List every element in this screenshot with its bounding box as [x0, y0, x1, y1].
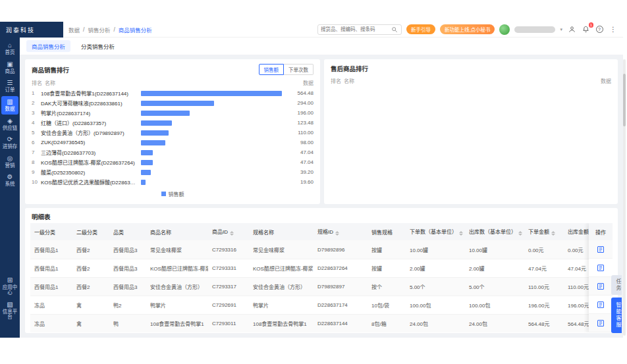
chart-item-name: 酸菜(D252350802)	[41, 169, 138, 176]
sidebar-item-2[interactable]: ☰订单	[1, 77, 18, 95]
sidebar-item-5[interactable]: ⟳进销存	[1, 134, 18, 152]
search-icon[interactable]	[391, 26, 398, 33]
chart-rank: 7	[32, 149, 41, 155]
chart-bar	[141, 160, 153, 165]
table-cell: 100.00包	[465, 296, 524, 314]
tab-category-sales-analysis[interactable]: 分类销售分析	[76, 40, 120, 52]
column-label: 下单金额	[528, 229, 549, 235]
table-cell: 10.00罐	[406, 240, 465, 259]
chart-row: 4红糖（进口）(D228637357)123.48	[32, 118, 314, 128]
help-icon[interactable]: ?	[595, 25, 604, 34]
row-action-button[interactable]	[589, 259, 613, 277]
invite-user-icon[interactable]	[567, 25, 576, 34]
sidebar-item-label: 数据	[5, 107, 15, 113]
chart-bar-track	[138, 101, 285, 106]
panel-title: 商品销售排行	[32, 65, 69, 74]
table-cell: 西餐2	[72, 240, 109, 259]
brand-logo[interactable]: 润泰科技	[0, 22, 63, 38]
chart-bar	[141, 180, 146, 185]
floating-service-button[interactable]: 智能客服	[611, 298, 622, 333]
table-cell: KOS酷想已注牌酷冻-椰浆	[249, 259, 314, 277]
chart-bar-track	[138, 130, 285, 136]
chart-value: 123.48	[285, 120, 314, 126]
table-cell: 5.00个	[465, 277, 524, 296]
chart-value: 110.00	[285, 130, 314, 136]
chart-rank: 2	[32, 100, 41, 106]
row-action-button[interactable]	[589, 240, 613, 259]
guide-button[interactable]: 新手引导	[406, 24, 435, 34]
column-label: 二级分类	[76, 230, 97, 236]
sidebar-item-1[interactable]: ▣商品	[1, 59, 18, 77]
column-header-6[interactable]: 规格ID	[314, 223, 368, 240]
chart-rank: 10	[32, 179, 41, 185]
legend-label: 销售额	[169, 190, 184, 197]
column-header-10[interactable]: 下单金额	[524, 223, 564, 240]
scrollbar-thumb[interactable]	[623, 74, 626, 126]
more-menu-icon[interactable]: ⋮	[609, 25, 618, 34]
avatar[interactable]	[499, 24, 510, 35]
notification-bell-icon[interactable]: 1	[581, 25, 590, 34]
sidebar-item-7[interactable]: ⚙系统	[1, 171, 18, 190]
chart-item-name: 鸭掌片(D228637174)	[41, 109, 138, 117]
breadcrumb-item[interactable]: 销售分析	[88, 26, 110, 34]
aftersale-ranking-panel: 售后商品排行 排名 名称 数据	[324, 59, 618, 204]
sort-icon	[459, 231, 463, 236]
sidebar-item-label: 订单	[5, 88, 15, 93]
tab-product-sales-analysis[interactable]: 商品销售分析	[26, 40, 70, 52]
breadcrumb-item[interactable]: 数据	[68, 26, 80, 34]
column-header-9[interactable]: 出库数（基本单位）	[465, 223, 524, 240]
app-window: 润泰科技 ⌂首页▣商品☰订单▥数据◈供应链⟳进销存◎营销⚙系统 ⊞应用中心▧信息…	[0, 22, 623, 338]
table-cell: 西餐用品1	[30, 277, 72, 296]
column-label: 一级分类	[34, 230, 55, 236]
table-cell: 按罐	[368, 259, 406, 277]
column-header-2: 品类	[109, 223, 146, 240]
detail-table-panel: 明细表 一级分类二级分类品类商品名称商品ID规格名称规格ID销售规格下单数（基本…	[25, 208, 618, 333]
column-value: 数据	[282, 79, 314, 86]
sidebar-item-0[interactable]: ⌂首页	[1, 39, 18, 58]
toggle-order-count[interactable]: 下单次数	[284, 64, 314, 75]
floating-task-button[interactable]: 任务	[611, 275, 622, 295]
action-column-header: 操作	[589, 223, 613, 240]
table-cell: 西餐用品1	[30, 259, 72, 277]
sidebar-item-4[interactable]: ◈供应链	[1, 115, 18, 134]
breadcrumb: 数据 / 销售分析 / 商品销售分析	[68, 26, 152, 34]
column-label: 下单数（基本单位）	[410, 229, 457, 235]
chart-row: 3鸭掌片(D228637174)196.00	[32, 108, 314, 118]
column-header-8[interactable]: 下单数（基本单位）	[406, 223, 465, 240]
row-action-button[interactable]	[589, 314, 613, 332]
sidebar-bottom-item-1[interactable]: ▧信息平台	[1, 299, 18, 323]
vertical-scrollbar[interactable]	[623, 59, 626, 336]
chart-bar-track	[138, 91, 285, 96]
chevron-down-icon[interactable]: ▾	[560, 27, 562, 32]
view-detail-icon	[597, 319, 605, 327]
chart-value: 19.60	[285, 179, 314, 185]
sidebar-item-6[interactable]: ◎营销	[1, 153, 18, 171]
sidebar-item-label: 应用中心	[1, 285, 18, 296]
column-label: 商品ID	[212, 229, 228, 235]
chart-item-name: KOS酷想已注牌酷冻-椰浆(D228637264)	[41, 159, 138, 166]
analysis-tabs: 商品销售分析 分类销售分析	[20, 38, 623, 55]
column-header-7: 销售规格	[368, 223, 406, 240]
column-name: 名称	[344, 77, 580, 84]
table-cell: 西餐用品3	[109, 277, 146, 296]
chart-value: 47.04	[285, 159, 314, 165]
search-input[interactable]	[321, 26, 391, 32]
table-cell: 常见金味椰浆	[146, 240, 208, 259]
sidebar-item-3[interactable]: ▥数据	[1, 96, 18, 115]
column-header-4[interactable]: 商品ID	[208, 223, 249, 240]
row-action-button[interactable]	[589, 296, 613, 314]
column-header-0: 一级分类	[30, 223, 72, 240]
chart-bar	[141, 111, 190, 116]
toggle-sales-amount[interactable]: 销售额	[259, 64, 285, 75]
sidebar-icon: ☰	[7, 80, 13, 86]
sidebar-item-label: 系统	[5, 182, 15, 188]
detail-table-scroll[interactable]: 一级分类二级分类品类商品名称商品ID规格名称规格ID销售规格下单数（基本单位）出…	[30, 223, 613, 332]
promo-button[interactable]: 新功能上线,点小秘书	[440, 24, 495, 34]
breadcrumb-current: 商品销售分析	[119, 26, 152, 34]
sidebar-bottom-item-0[interactable]: ⊞应用中心	[1, 274, 18, 298]
table-cell: 禽	[72, 296, 109, 314]
chart-item-name: 108食壹常勤去骨鸭掌1(D228637144)	[41, 90, 138, 97]
row-action-button[interactable]	[589, 277, 613, 296]
column-header-3: 商品名称	[146, 223, 208, 240]
chart-rank: 9	[32, 169, 41, 175]
